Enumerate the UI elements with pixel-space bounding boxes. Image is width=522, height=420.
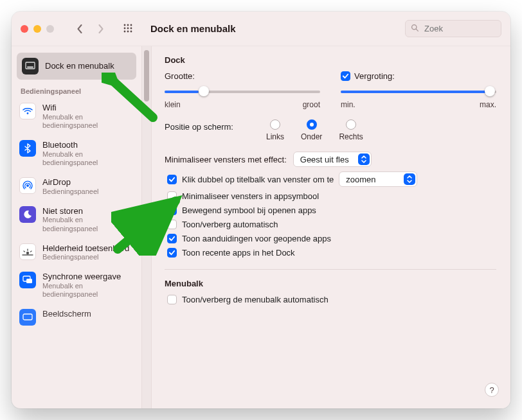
search-field[interactable] bbox=[405, 20, 501, 37]
search-icon bbox=[411, 24, 419, 34]
scrollbar[interactable] bbox=[141, 46, 152, 408]
magnification-label: Vergroting: bbox=[354, 71, 395, 81]
chevron-updown-icon bbox=[404, 173, 415, 185]
svg-point-1 bbox=[127, 24, 129, 26]
position-bottom-label: Onder bbox=[301, 132, 322, 141]
sidebar-item-sub: Bedieningspaneel bbox=[42, 253, 129, 261]
sidebar-item-label: Dock en menubalk bbox=[45, 61, 114, 71]
window-title: Dock en menubalk bbox=[150, 23, 236, 34]
sidebar-item-label: Synchrone weergave bbox=[42, 272, 134, 282]
sidebar-item-airdrop[interactable]: AirDrop Bedieningspaneel bbox=[12, 172, 141, 201]
menubar-autohide-label: Toon/verberg de menubalk automatisch bbox=[182, 295, 328, 304]
size-max: groot bbox=[303, 100, 320, 109]
position-bottom-radio[interactable] bbox=[307, 119, 317, 130]
sidebar-item-label: Beeldscherm bbox=[42, 309, 91, 319]
section-title-menubar: Menubalk bbox=[165, 279, 496, 288]
sidebar-item-dock-menubar[interactable]: Dock en menubalk bbox=[17, 53, 136, 80]
animate-open-checkbox[interactable] bbox=[167, 206, 177, 215]
svg-rect-18 bbox=[26, 279, 32, 283]
minimize-effect-value: Geest uit fles bbox=[300, 155, 357, 164]
autohide-label: Toon/verberg automatisch bbox=[182, 220, 278, 229]
svg-line-10 bbox=[416, 29, 418, 31]
animate-open-label: Bewegend symbool bij openen apps bbox=[182, 206, 316, 215]
sidebar-item-bluetooth[interactable]: Bluetooth Menubalk en bedieningspaneel bbox=[12, 135, 141, 172]
position-label: Positie op scherm: bbox=[165, 119, 255, 132]
indicators-label: Toon aanduidingen voor geopende apps bbox=[182, 234, 331, 243]
chevron-updown-icon bbox=[358, 153, 370, 165]
minimize-button[interactable] bbox=[33, 25, 41, 33]
traffic-lights bbox=[21, 25, 54, 33]
sidebar-item-label: Helderheid toetsenbord bbox=[42, 243, 129, 254]
sidebar-item-label: Niet storen bbox=[42, 206, 134, 216]
sidebar-item-sub: Bedieningspaneel bbox=[42, 188, 98, 196]
scroll-thumb[interactable] bbox=[144, 50, 149, 101]
mag-min: min. bbox=[341, 100, 356, 109]
position-left-label: Links bbox=[266, 132, 284, 141]
minimize-effect-label: Minimaliseer vensters met effect: bbox=[165, 155, 287, 164]
svg-point-13 bbox=[27, 112, 29, 114]
sidebar-item-label: Wifi bbox=[42, 103, 134, 113]
sidebar-item-dnd[interactable]: Niet storen Menubalk en bedieningspaneel bbox=[12, 201, 141, 238]
dblclick-action-value: zoomen bbox=[346, 175, 402, 184]
svg-point-15 bbox=[26, 251, 29, 254]
bluetooth-icon bbox=[19, 140, 36, 157]
indicators-checkbox[interactable] bbox=[167, 234, 177, 243]
size-min: klein bbox=[165, 100, 181, 109]
airdrop-icon bbox=[19, 177, 36, 194]
sidebar-item-wifi[interactable]: Wifi Menubalk en bedieningspaneel bbox=[12, 98, 141, 135]
position-left-radio[interactable] bbox=[270, 119, 280, 130]
magnification-slider[interactable] bbox=[341, 85, 496, 98]
sidebar-group-header: Bedieningspaneel bbox=[12, 82, 141, 98]
moon-icon bbox=[19, 206, 36, 223]
system-preferences-window: Dock en menubalk Dock en menubalk Bedien… bbox=[12, 12, 510, 408]
dblclick-label: Klik dubbel op titelbalk van venster om … bbox=[182, 175, 334, 184]
history-nav bbox=[71, 21, 109, 37]
sidebar-item-sub: Menubalk en bedieningspaneel bbox=[42, 282, 134, 299]
sidebar-item-display[interactable]: Beeldscherm bbox=[12, 304, 141, 331]
min-into-icon-checkbox[interactable] bbox=[167, 191, 177, 201]
svg-point-7 bbox=[127, 30, 129, 32]
sidebar-item-sub: Menubalk en bedieningspaneel bbox=[42, 150, 134, 167]
menubar-autohide-checkbox[interactable] bbox=[167, 295, 177, 304]
preferences-content: Dock Grootte: klein groot bbox=[152, 46, 510, 408]
svg-point-8 bbox=[130, 30, 132, 32]
svg-point-14 bbox=[26, 184, 29, 187]
titlebar: Dock en menubalk bbox=[12, 12, 510, 46]
sidebar-item-label: AirDrop bbox=[42, 177, 98, 188]
dblclick-checkbox[interactable] bbox=[167, 175, 177, 184]
minimize-effect-select[interactable]: Geest uit fles bbox=[293, 152, 372, 167]
size-slider[interactable] bbox=[165, 85, 320, 98]
keyboard-brightness-icon bbox=[19, 243, 36, 260]
display-icon bbox=[19, 309, 36, 326]
dock-icon bbox=[22, 58, 39, 74]
svg-rect-19 bbox=[23, 314, 32, 320]
section-title-dock: Dock bbox=[165, 55, 496, 65]
mirror-icon bbox=[19, 272, 36, 288]
search-input[interactable] bbox=[423, 23, 496, 34]
autohide-checkbox[interactable] bbox=[167, 220, 177, 229]
dblclick-action-select[interactable]: zoomen bbox=[339, 171, 417, 187]
sidebar: Dock en menubalk Bedieningspaneel Wifi M… bbox=[12, 46, 141, 408]
recent-apps-checkbox[interactable] bbox=[167, 248, 177, 258]
sidebar-item-screen-mirroring[interactable]: Synchrone weergave Menubalk en bediening… bbox=[12, 267, 141, 304]
show-all-button[interactable] bbox=[120, 21, 138, 37]
position-right-radio[interactable] bbox=[346, 119, 356, 130]
svg-rect-12 bbox=[27, 67, 33, 68]
zoom-button[interactable] bbox=[46, 25, 54, 33]
sidebar-item-label: Bluetooth bbox=[42, 140, 134, 150]
mag-max: max. bbox=[480, 100, 496, 109]
svg-point-5 bbox=[130, 27, 132, 29]
back-button[interactable] bbox=[71, 21, 89, 37]
size-label: Grootte: bbox=[165, 71, 195, 81]
close-button[interactable] bbox=[21, 25, 28, 33]
forward-button[interactable] bbox=[91, 21, 109, 37]
svg-point-6 bbox=[124, 30, 126, 32]
wifi-icon bbox=[19, 103, 36, 119]
sidebar-item-sub: Menubalk en bedieningspaneel bbox=[42, 216, 134, 232]
min-into-icon-label: Minimaliseer vensters in appsymbool bbox=[182, 191, 319, 201]
magnification-checkbox[interactable] bbox=[341, 71, 350, 81]
divider bbox=[165, 269, 496, 270]
sidebar-item-keyboard-brightness[interactable]: Helderheid toetsenbord Bedieningspaneel bbox=[12, 238, 141, 267]
help-button[interactable]: ? bbox=[485, 383, 499, 397]
svg-point-0 bbox=[124, 24, 126, 26]
